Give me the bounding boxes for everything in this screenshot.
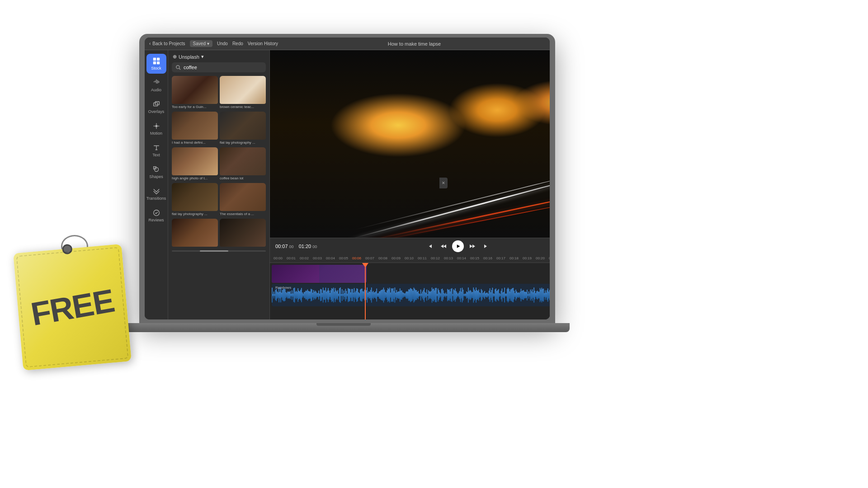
- svg-rect-151: [388, 289, 389, 301]
- ruler-mark: 00:15: [470, 256, 483, 260]
- svg-rect-305: [522, 291, 523, 299]
- rewind-button[interactable]: [439, 241, 448, 251]
- sidebar-item-motion[interactable]: Motion: [146, 119, 166, 139]
- svg-rect-39: [292, 291, 292, 300]
- sidebar-item-label: Motion: [150, 131, 162, 136]
- saved-button[interactable]: Saved ▾: [190, 40, 212, 47]
- audio-track[interactable]: Rainbows: [272, 284, 550, 306]
- sidebar-item-stock[interactable]: Stock: [146, 54, 166, 74]
- svg-rect-230: [457, 292, 458, 297]
- svg-rect-188: [420, 290, 421, 301]
- video-background: [270, 50, 550, 238]
- unsplash-dropdown[interactable]: ⊕ Unsplash ▾: [173, 54, 204, 60]
- unsplash-icon: ⊕: [173, 54, 177, 60]
- svg-rect-318: [533, 292, 533, 298]
- image-tile-2[interactable]: brown ceramic teac...: [220, 76, 266, 110]
- go-to-start-button[interactable]: [425, 241, 435, 251]
- svg-rect-19: [274, 294, 275, 296]
- svg-rect-127: [368, 293, 368, 297]
- svg-rect-292: [510, 289, 511, 300]
- laptop-notch: [316, 323, 371, 326]
- svg-rect-37: [290, 291, 291, 299]
- svg-rect-170: [405, 293, 406, 297]
- scroll-thumb: [200, 250, 228, 252]
- back-label: Back to Projects: [152, 41, 185, 46]
- sidebar-item-overlays[interactable]: Overlays: [146, 97, 166, 117]
- svg-rect-2: [153, 61, 156, 64]
- fast-forward-button[interactable]: [467, 241, 477, 251]
- svg-rect-91: [336, 291, 337, 299]
- undo-button[interactable]: Undo: [217, 41, 228, 46]
- ruler-marks: 00:00 00:01 00:02 00:03 00:04 00:05 00:0…: [274, 256, 550, 260]
- video-clip-1[interactable]: [272, 265, 367, 283]
- svg-rect-212: [441, 289, 442, 301]
- svg-rect-288: [507, 289, 508, 301]
- sidebar-item-text[interactable]: Text: [146, 141, 166, 160]
- image-label-9: [172, 247, 218, 249]
- sidebar-item-label: Audio: [151, 88, 161, 92]
- scroll-indicator[interactable]: [172, 250, 266, 252]
- back-button[interactable]: ‹ Back to Projects: [149, 41, 185, 46]
- version-history-button[interactable]: Version History: [248, 41, 278, 46]
- image-tile-7[interactable]: flat lay photography ...: [172, 183, 218, 217]
- search-bar: [172, 62, 266, 72]
- playhead[interactable]: [365, 265, 366, 319]
- svg-rect-177: [411, 289, 412, 301]
- main-content: Stock Audio: [145, 50, 550, 319]
- svg-rect-329: [542, 289, 543, 301]
- svg-rect-90: [335, 291, 336, 300]
- close-icon: ✕: [442, 181, 445, 185]
- play-button[interactable]: [452, 240, 464, 252]
- svg-rect-260: [483, 293, 484, 297]
- svg-rect-187: [420, 294, 420, 296]
- svg-rect-287: [506, 294, 507, 296]
- svg-rect-269: [491, 292, 491, 298]
- svg-rect-50: [301, 288, 302, 302]
- image-tile-3[interactable]: I had a friend defini...: [172, 112, 218, 145]
- image-label-6: coffee bean lot: [220, 175, 266, 181]
- svg-rect-126: [367, 287, 368, 302]
- svg-rect-3: [156, 61, 159, 64]
- svg-rect-244: [469, 291, 470, 299]
- image-tile-6[interactable]: coffee bean lot: [220, 147, 266, 181]
- svg-rect-301: [518, 292, 519, 298]
- svg-rect-324: [538, 292, 539, 299]
- svg-rect-254: [477, 291, 478, 299]
- svg-rect-171: [406, 291, 406, 298]
- image-tile-9[interactable]: [172, 219, 218, 249]
- svg-rect-276: [496, 291, 497, 299]
- svg-rect-304: [521, 289, 522, 301]
- search-icon: [175, 65, 181, 70]
- svg-rect-216: [444, 294, 445, 296]
- svg-rect-234: [460, 288, 461, 302]
- image-tile-5[interactable]: high angle photo of t...: [172, 147, 218, 181]
- svg-rect-233: [459, 291, 460, 299]
- svg-rect-68: [316, 293, 317, 297]
- image-label-5: high angle photo of t...: [172, 175, 218, 181]
- sidebar-item-shapes[interactable]: Shapes: [146, 162, 166, 182]
- svg-rect-336: [548, 291, 549, 299]
- sidebar-item-reviews[interactable]: Reviews: [146, 206, 166, 225]
- image-tile-10[interactable]: [220, 219, 266, 249]
- svg-rect-120: [362, 289, 363, 301]
- svg-rect-286: [505, 294, 506, 297]
- svg-rect-66: [315, 291, 316, 299]
- redo-button[interactable]: Redo: [232, 41, 243, 46]
- image-tile-1[interactable]: Too early for a Guin...: [172, 76, 218, 110]
- go-to-end-button[interactable]: [481, 241, 491, 251]
- image-tile-4[interactable]: flat lay photography ...: [220, 112, 266, 145]
- svg-rect-9: [153, 103, 157, 106]
- svg-rect-272: [493, 293, 494, 296]
- chevron-down-icon: ▾: [201, 54, 204, 60]
- sidebar-item-transitions[interactable]: Transitions: [146, 184, 166, 204]
- sidebar-item-audio[interactable]: Audio: [146, 75, 166, 95]
- image-label-2: brown ceramic teac...: [220, 104, 266, 110]
- search-input[interactable]: [184, 65, 262, 70]
- svg-rect-208: [438, 288, 439, 301]
- svg-rect-241: [466, 291, 467, 299]
- svg-rect-74: [322, 293, 323, 297]
- image-tile-8[interactable]: The essentials of a ...: [220, 183, 266, 217]
- svg-rect-94: [339, 288, 340, 302]
- close-panel-button[interactable]: ✕: [439, 178, 448, 188]
- svg-rect-321: [535, 293, 536, 297]
